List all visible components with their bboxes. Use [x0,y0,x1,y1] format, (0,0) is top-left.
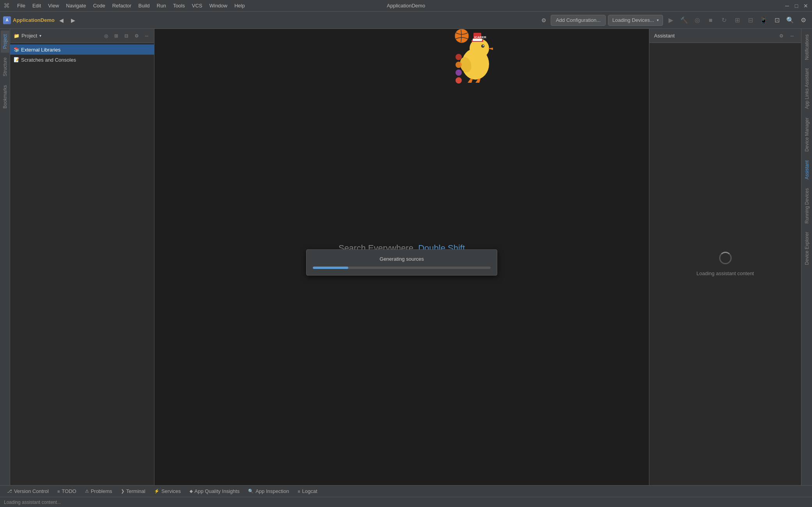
tree-item-scratches[interactable]: 📝 Scratches and Consoles [10,55,154,65]
sdk-manager-button[interactable]: ⊡ [771,15,782,26]
loading-text: Loading assistant content [697,270,754,276]
window-controls: ─ □ ✕ [784,3,809,9]
assistant-title: Assistant [654,33,775,39]
mascot-duck-svg: ICARER [450,29,493,84]
project-name-label: ApplicationDemo [13,17,55,23]
device-mirror-button[interactable]: 📱 [758,15,769,26]
project-header-icons: ◎ ⊞ ⊟ ⚙ ─ [102,32,151,40]
build-button[interactable]: 🔨 [679,15,690,26]
services-icon: ⚡ [154,489,160,494]
minimize-button[interactable]: ─ [784,3,790,9]
nav-back-button[interactable]: ◀ [57,16,66,25]
menu-run[interactable]: Run [154,2,169,9]
project-collapse-icon[interactable]: ⊟ [122,32,131,40]
svg-rect-5 [472,40,483,42]
right-tab-device-manager[interactable]: Device Manager [803,114,811,155]
loading-devices-label: Loading Devices... [612,17,654,23]
right-tab-assistant[interactable]: Assistant [803,157,811,183]
right-tab-notifications[interactable]: Notifications [803,30,811,64]
left-tab-bookmarks[interactable]: Bookmarks [1,81,9,112]
coverage-button[interactable]: ◎ [692,15,703,26]
toolbar-icon-2[interactable]: ⊟ [745,15,756,26]
bottom-tab-app-inspection[interactable]: 🔍 App Inspection [244,486,293,496]
todo-label: TODO [62,488,76,494]
left-tab-project[interactable]: Project [1,30,9,53]
terminal-label: Terminal [126,488,145,494]
status-text: Loading assistant content... [4,500,808,505]
menu-code[interactable]: Code [90,2,108,9]
loading-spinner [719,252,732,264]
app-quality-icon: ◆ [190,489,193,494]
loading-devices-button[interactable]: Loading Devices... ▾ [608,15,663,26]
menu-refactor[interactable]: Refactor [109,2,135,9]
bottom-tab-terminal[interactable]: ❯ Terminal [117,486,149,496]
stop-button[interactable]: ■ [705,15,716,26]
assistant-settings-icon[interactable]: ⚙ [777,32,785,40]
apple-menu-icon[interactable]: ⌘ [3,2,10,9]
folder-icon: 📁 [13,33,20,39]
project-dropdown-label: Project [21,33,37,39]
generating-sources-dialog: Generating sources [306,249,497,275]
terminal-icon: ❯ [121,489,124,494]
search-everywhere-button[interactable]: 🔍 [785,15,796,26]
problems-label: Problems [91,488,112,494]
add-configuration-button[interactable]: Add Configuration... [551,15,606,26]
config-area: ⚙ Add Configuration... Loading Devices..… [539,15,809,26]
bottom-tab-version-control[interactable]: ⎇ Version Control [3,486,53,496]
nav-forward-button[interactable]: ▶ [69,16,78,25]
settings-button[interactable]: ⚙ [798,15,809,26]
project-dropdown[interactable]: Project ▾ [21,33,41,39]
project-locate-icon[interactable]: ◎ [102,32,110,40]
progress-bar-background [313,266,491,269]
bottom-tab-services[interactable]: ⚡ Services [150,486,185,496]
bottom-tab-problems[interactable]: ⚠ Problems [81,486,116,496]
maximize-button[interactable]: □ [793,3,800,9]
right-tab-app-links[interactable]: App Links Assistant [803,64,811,113]
project-dropdown-chevron: ▾ [39,34,41,38]
tree-item-label: External Libraries [21,47,60,53]
svg-point-13 [456,77,462,84]
right-tab-running-devices[interactable]: Running Devices [803,184,811,228]
svg-point-3 [481,44,484,48]
right-tab-device-explorer[interactable]: Device Explorer [803,228,811,269]
bottom-tab-todo[interactable]: ≡ TODO [53,486,80,496]
app-inspection-label: App Inspection [255,488,289,494]
svg-point-9 [458,56,473,74]
menu-file[interactable]: File [14,2,28,9]
toolbar-icon-1[interactable]: ⊞ [732,15,743,26]
title-bar: ⌘ File Edit View Navigate Code Refactor … [0,0,812,12]
project-panel: 📁 Project ▾ ◎ ⊞ ⊟ ⚙ ─ 📚 External Librari… [10,29,154,485]
tree-item-external-libraries[interactable]: 📚 External Libraries [10,44,154,55]
bottom-tab-logcat[interactable]: ≡ Logcat [294,486,321,496]
menu-vcs[interactable]: VCS [189,2,206,9]
menu-build[interactable]: Build [135,2,153,9]
bottom-tab-app-quality[interactable]: ◆ App Quality Insights [186,486,244,496]
run-button[interactable]: ▶ [665,15,676,26]
assistant-minimize-icon[interactable]: ─ [788,32,796,40]
todo-icon: ≡ [57,489,60,494]
problems-icon: ⚠ [85,489,89,494]
config-nav-icon[interactable]: ⚙ [539,16,548,25]
menu-tools[interactable]: Tools [170,2,188,9]
library-icon: 📚 [13,46,20,53]
left-tab-structure[interactable]: Structure [1,53,9,80]
logcat-icon: ≡ [298,489,300,494]
close-button[interactable]: ✕ [803,3,809,9]
menu-edit[interactable]: Edit [29,2,44,9]
sync-button[interactable]: ↻ [718,15,729,26]
services-label: Services [161,488,181,494]
project-settings-icon[interactable]: ⚙ [132,32,141,40]
menu-view[interactable]: View [45,2,62,9]
svg-point-11 [456,62,462,68]
menu-help[interactable]: Help [231,2,248,9]
menu-navigate[interactable]: Navigate [63,2,89,9]
window-title: ApplicationDemo [387,3,425,9]
project-expand-icon[interactable]: ⊞ [112,32,121,40]
svg-point-12 [456,69,462,76]
project-minimize-icon[interactable]: ─ [142,32,151,40]
svg-point-10 [456,54,462,60]
app-inspection-icon: 🔍 [248,489,254,494]
menu-window[interactable]: Window [206,2,230,9]
left-panel-tabs: Project Structure Bookmarks [0,29,10,485]
bottom-tabs: ⎇ Version Control ≡ TODO ⚠ Problems ❯ Te… [0,485,812,497]
